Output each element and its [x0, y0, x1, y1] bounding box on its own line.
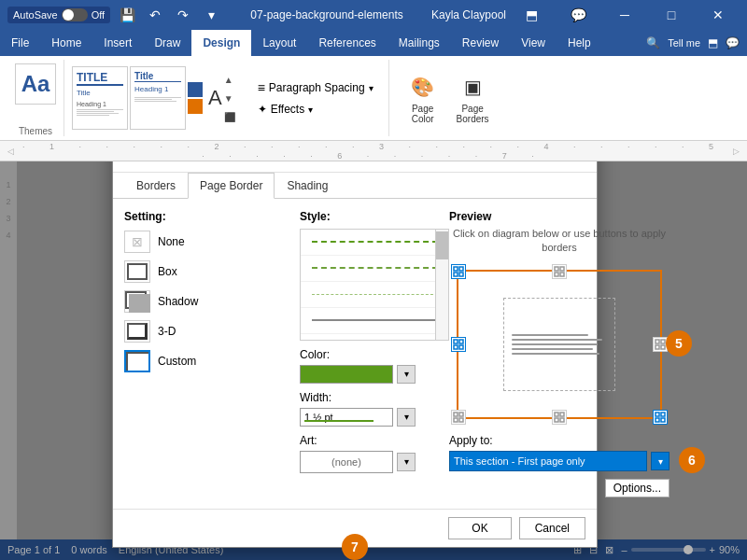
- help-icon[interactable]: ?: [548, 161, 556, 162]
- color-dropdown-arrow[interactable]: ▾: [397, 365, 416, 384]
- none-icon: ⊠: [124, 231, 150, 253]
- paragraph-spacing-dropdown[interactable]: ▾: [369, 83, 374, 93]
- close-btn[interactable]: ✕: [697, 0, 740, 30]
- style-list[interactable]: [300, 229, 449, 341]
- tab-help[interactable]: Help: [557, 30, 602, 56]
- page-borders-btn[interactable]: ▣ PageBorders: [449, 68, 497, 128]
- style-scroll-more[interactable]: ⬛: [224, 112, 235, 122]
- preview-btn-bot-left[interactable]: [451, 410, 466, 425]
- preview-btn-bot-right[interactable]: [653, 410, 668, 425]
- svg-rect-26: [655, 418, 659, 422]
- save-icon[interactable]: 💾: [116, 4, 138, 26]
- style-scrollbar[interactable]: [435, 230, 448, 341]
- tab-file[interactable]: File: [0, 30, 40, 56]
- style-item-2[interactable]: [301, 256, 448, 282]
- svg-rect-14: [655, 345, 659, 349]
- tab-mailings[interactable]: Mailings: [388, 30, 451, 56]
- tab-borders[interactable]: Borders: [124, 173, 188, 199]
- preview-btn-bot-center[interactable]: [552, 410, 567, 425]
- title-bar-right: Kayla Claypool ⬒ 💬 ─ □ ✕: [431, 0, 740, 30]
- tab-shading[interactable]: Shading: [275, 173, 340, 199]
- themes-button[interactable]: Aa: [15, 60, 56, 108]
- style-item-3[interactable]: [301, 282, 448, 308]
- svg-rect-10: [454, 345, 458, 349]
- width-box[interactable]: 1 ½ pt: [300, 408, 393, 427]
- tab-insert[interactable]: Insert: [92, 30, 143, 56]
- ribbon-content: Aa Themes TITLE Title Heading 1 Title H: [0, 56, 747, 140]
- art-dropdown-arrow[interactable]: ▾: [397, 453, 416, 471]
- tell-me-label[interactable]: Tell me: [668, 37, 700, 49]
- style-title-box[interactable]: TITLE Title Heading 1: [72, 66, 128, 130]
- more-commands-icon[interactable]: ▾: [200, 4, 222, 26]
- document-title: 07-page-background-elements: [222, 8, 431, 21]
- tab-layout[interactable]: Layout: [251, 30, 307, 56]
- comments-icon[interactable]: 💬: [557, 0, 599, 30]
- style-text-size-icon[interactable]: A: [208, 66, 222, 130]
- share-ribbon-icon[interactable]: ⬒: [708, 36, 718, 49]
- undo-icon[interactable]: ↶: [144, 4, 166, 26]
- page-color-btn[interactable]: 🎨 PageColor: [401, 68, 445, 128]
- ok-btn[interactable]: OK: [448, 517, 511, 539]
- restore-btn[interactable]: □: [650, 0, 693, 30]
- style-scroll-arrows: ▲ ▼ ⬛: [224, 66, 235, 130]
- setting-custom-label: Custom: [158, 355, 196, 368]
- style-heading-box[interactable]: Title Heading 1: [130, 66, 186, 130]
- apply-to-select[interactable]: This section - First page only: [449, 451, 647, 471]
- apply-to-dropdown-arrow[interactable]: ▾: [651, 452, 669, 470]
- autosave-toggle-switch[interactable]: [62, 8, 88, 21]
- redo-icon[interactable]: ↷: [172, 4, 194, 26]
- setting-custom[interactable]: Custom: [124, 350, 292, 372]
- title-bar: AutoSave Off 💾 ↶ ↷ ▾ 07-page-background-…: [0, 0, 747, 30]
- setting-3d[interactable]: 3-D: [124, 320, 292, 343]
- minimize-btn[interactable]: ─: [603, 0, 646, 30]
- themes-big-icon[interactable]: Aa: [15, 63, 56, 105]
- effects-dropdown[interactable]: ▾: [308, 105, 313, 115]
- tab-home[interactable]: Home: [40, 30, 92, 56]
- setting-none[interactable]: ⊠ None: [124, 231, 292, 253]
- style-scrollbar-thumb[interactable]: [436, 231, 448, 259]
- comments-ribbon-icon[interactable]: 💬: [726, 36, 740, 49]
- paragraph-spacing-icon: ≡: [258, 80, 265, 95]
- tab-review[interactable]: Review: [451, 30, 510, 56]
- style-item-4[interactable]: [301, 308, 448, 334]
- title-bar-left: AutoSave Off 💾 ↶ ↷ ▾: [7, 4, 222, 26]
- tab-page-border[interactable]: Page Border: [188, 173, 275, 199]
- svg-rect-8: [454, 340, 458, 343]
- paragraph-spacing-btn[interactable]: ≡ Paragraph Spacing ▾: [250, 77, 381, 99]
- preview-btn-top-center[interactable]: [552, 264, 567, 279]
- preview-btn-top-left[interactable]: [451, 264, 466, 279]
- ribbon-tabs: File Home Insert Draw Design Layout Refe…: [0, 30, 747, 56]
- tab-view[interactable]: View: [510, 30, 557, 56]
- page-color-icon: 🎨: [408, 72, 438, 102]
- art-box[interactable]: (none): [300, 451, 393, 473]
- style-scroll-up[interactable]: ▲: [224, 75, 235, 85]
- style-color-swatches[interactable]: [188, 66, 203, 130]
- style-item-1[interactable]: [301, 230, 448, 256]
- setting-box[interactable]: Box: [124, 260, 292, 283]
- tab-references[interactable]: References: [307, 30, 387, 56]
- options-btn[interactable]: Options...: [605, 479, 669, 497]
- share-icon[interactable]: ⬒: [510, 0, 553, 30]
- dialog-close-btn[interactable]: ✕: [567, 161, 585, 164]
- page-borders-icon: ▣: [458, 72, 487, 102]
- width-dropdown-arrow[interactable]: ▾: [397, 408, 416, 427]
- preview-btn-mid-left[interactable]: [451, 337, 466, 352]
- svg-rect-23: [560, 418, 564, 422]
- dialog-body: Setting: ⊠ None Box: [113, 199, 597, 510]
- tab-draw[interactable]: Draw: [143, 30, 191, 56]
- tab-design[interactable]: Design: [191, 30, 251, 56]
- svg-rect-6: [555, 273, 558, 276]
- svg-rect-0: [454, 267, 458, 271]
- cancel-btn[interactable]: Cancel: [519, 517, 585, 539]
- themes-aa: Aa: [21, 73, 50, 95]
- ruler: ◁ · 1 · · · · · 2 · · · · · 3 · · · · · …: [0, 141, 747, 161]
- autosave-toggle[interactable]: AutoSave Off: [7, 7, 110, 23]
- search-icon[interactable]: 🔍: [646, 36, 660, 49]
- setting-shadow[interactable]: Shadow: [124, 290, 292, 313]
- effects-btn[interactable]: ✦ Effects ▾: [250, 99, 381, 119]
- color-swatch[interactable]: [300, 365, 393, 384]
- style-scroll-down[interactable]: ▼: [224, 93, 235, 104]
- width-row: 1 ½ pt ▾: [300, 408, 449, 427]
- preview-hint: Click on diagram below or use buttons to…: [449, 227, 669, 256]
- document-area: 1234 TITLE Heading 1 On the Insert tab, …: [0, 161, 747, 560]
